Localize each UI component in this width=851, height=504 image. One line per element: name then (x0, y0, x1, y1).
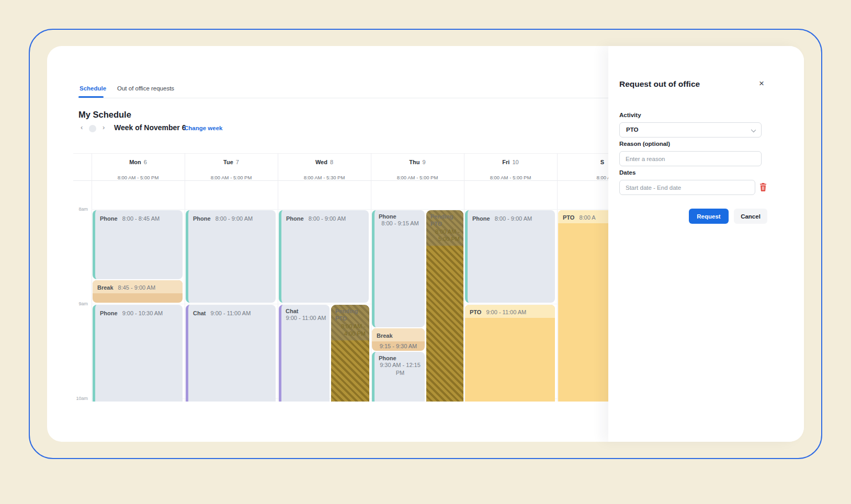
close-icon[interactable]: × (756, 78, 767, 89)
schedule-block-chat[interactable]: Chat9:00 - 11:00 AM (186, 305, 276, 402)
dates-label: Dates (619, 169, 636, 176)
schedule-grid: Mon6 8:00 AM - 5:00 PM Tue7 8:00 AM - 5:… (73, 152, 608, 402)
drawer-title: Request out of office (619, 79, 700, 89)
grid-column-divider (278, 153, 278, 402)
schedule-block-break[interactable]: Break 9:15 - 9:30 AM (372, 328, 425, 351)
schedule-block-phone[interactable]: Phone8:00 - 9:15 AM (372, 210, 425, 327)
day-header-fri: Fri10 8:00 AM - 5:00 PM (464, 157, 557, 166)
grid-column-divider (92, 153, 92, 402)
hour-line (92, 304, 608, 304)
grid-column-divider (371, 153, 371, 402)
cancel-button[interactable]: Cancel (734, 209, 767, 224)
prev-week-button[interactable]: ‹ (81, 124, 83, 131)
schedule-block-pending-pto[interactable]: Pending PTO8:00 AM - 4:00 PM (331, 305, 369, 402)
time-label-10am: 10am (73, 396, 88, 401)
schedule-block-chat[interactable]: Chat9:00 - 11:00 AM (279, 305, 330, 402)
hour-line (92, 209, 608, 210)
grid-column-divider (464, 153, 464, 402)
schedule-block-phone[interactable]: Phone8:00 - 9:00 AM (186, 210, 276, 303)
activity-label: Activity (619, 112, 641, 118)
page-title: My Schedule (78, 110, 131, 120)
schedule-block-phone[interactable]: Phone9:00 - 10:30 AM (93, 305, 183, 402)
day-header-tue: Tue7 8:00 AM - 5:00 PM (185, 157, 278, 166)
grid-line (73, 180, 608, 181)
day-hours: 8:00 A (557, 175, 608, 180)
day-hours: 8:00 AM - 5:00 PM (371, 175, 464, 180)
week-label: Week of November 6 (114, 123, 186, 132)
schedule-block-break[interactable]: Break8:45 - 9:00 AM (93, 280, 183, 303)
time-label-9am: 9am (73, 301, 88, 306)
change-week-link[interactable]: Change week (184, 125, 223, 131)
today-button[interactable] (89, 125, 96, 132)
day-hours: 8:00 AM - 5:00 PM (92, 175, 185, 180)
day-header-sat: S 8:00 A (557, 157, 608, 166)
day-hours: 8:00 AM - 5:00 PM (464, 175, 557, 180)
day-header-thu: Thu9 8:00 AM - 5:00 PM (371, 157, 464, 166)
schedule-block-phone[interactable]: Phone8:00 - 9:00 AM (279, 210, 369, 303)
activity-select[interactable]: PTO (619, 122, 762, 138)
day-header-mon: Mon6 8:00 AM - 5:00 PM (92, 157, 185, 166)
time-label-8am: 8am (73, 207, 88, 212)
schedule-block-phone[interactable]: Phone8:00 - 8:45 AM (93, 210, 183, 279)
next-week-button[interactable]: › (103, 124, 105, 131)
request-out-of-office-drawer (608, 46, 804, 442)
schedule-block-phone[interactable]: Phone9:30 AM - 12:15 PM (372, 352, 425, 402)
grid-line (73, 153, 608, 154)
tab-schedule[interactable]: Schedule (80, 85, 106, 91)
activity-value: PTO (626, 127, 638, 133)
schedule-block-pto[interactable]: PTO9:00 - 11:00 AM (465, 305, 555, 402)
day-header-wed: Wed8 8:00 AM - 5:30 PM (278, 157, 371, 166)
schedule-block-pending-pto[interactable]: Pending PTO8:00 AM - 5:00 PM (426, 210, 463, 402)
schedule-block-phone[interactable]: Phone8:00 - 9:00 AM (465, 210, 555, 303)
grid-column-divider (185, 153, 185, 402)
tab-out-of-office-requests[interactable]: Out of office requests (117, 85, 174, 91)
chevron-down-icon (751, 128, 756, 132)
schedule-block-pto[interactable]: PTO8:00 A (558, 210, 608, 402)
dates-input[interactable] (619, 180, 755, 195)
reason-label: Reason (optional) (619, 141, 670, 147)
reason-input[interactable] (619, 151, 762, 166)
trash-icon[interactable] (759, 183, 767, 193)
tab-divider (78, 98, 608, 98)
grid-column-divider (557, 153, 558, 402)
day-hours: 8:00 AM - 5:30 PM (278, 175, 371, 180)
day-hours: 8:00 AM - 5:00 PM (185, 175, 278, 180)
request-button[interactable]: Request (689, 209, 729, 224)
